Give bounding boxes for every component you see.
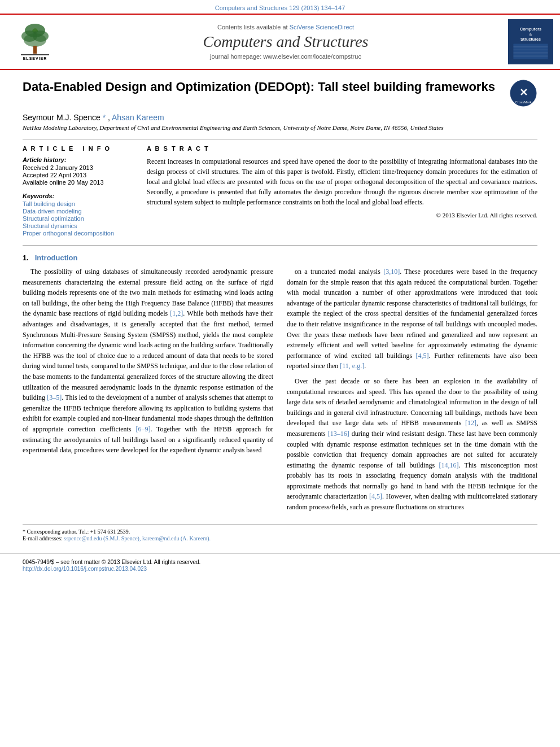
divider-1 (23, 139, 537, 139)
introduction-section: 1. Introduction The possibility of using… (23, 254, 537, 517)
accepted-date: Accepted 22 April 2013 (23, 172, 135, 178)
svg-point-5 (24, 33, 46, 47)
svg-text:Computers: Computers (520, 27, 541, 32)
ref-3-10[interactable]: [3,10] (383, 268, 400, 276)
abstract-label: A B S T R A C T (147, 145, 537, 152)
journal-citation: Computers and Structures 129 (2013) 134–… (215, 5, 345, 11)
sciverse-link[interactable]: SciVerse ScienceDirect (290, 24, 354, 30)
intro-left-col: The possibility of using databases of si… (23, 267, 273, 517)
received-date: Received 2 January 2013 (23, 164, 135, 171)
elsevier-logo-container: 🌳 ELSEVIER (7, 22, 63, 62)
cover-svg: Computers & Structures (509, 21, 553, 62)
ref-13-16[interactable]: [13–16] (328, 430, 349, 438)
copyright-line: © 2013 Elsevier Ltd. All rights reserved… (147, 212, 537, 219)
svg-text:Structures: Structures (520, 37, 541, 42)
article-info-abstract: A R T I C L E I N F O Article history: R… (23, 145, 537, 237)
ref-3-5[interactable]: [3–5] (47, 394, 62, 401)
elsevier-logo: 🌳 ELSEVIER (7, 22, 63, 62)
crossmark-icon: ✕ CrossMark (509, 79, 537, 107)
ref-4-5[interactable]: [4,5] (416, 352, 429, 360)
article-info-col: A R T I C L E I N F O Article history: R… (23, 145, 135, 237)
footnote-section: * Corresponding author. Tel.: +1 574 631… (23, 524, 537, 541)
crossmark-badge[interactable]: ✕ CrossMark (509, 79, 537, 107)
available-date: Available online 20 May 2013 (23, 179, 135, 186)
svg-text:ELSEVIER: ELSEVIER (23, 56, 47, 60)
author-kareem[interactable]: Ahsan Kareem (112, 113, 164, 122)
abstract-col: A B S T R A C T Recent increases in comp… (147, 145, 537, 237)
ref-11[interactable]: [11, e.g.] (340, 362, 364, 370)
ref-12[interactable]: [12] (465, 419, 476, 427)
intro-heading: 1. Introduction (23, 254, 537, 262)
page-footer: 0045-7949/$ – see front matter © 2013 El… (0, 553, 560, 576)
intro-para-right-2: Over the past decade or so there has bee… (287, 376, 537, 513)
journal-title: Computers and Structures (63, 33, 508, 51)
journal-cover-image: Computers & Structures (508, 19, 553, 64)
article-history: Article history: Received 2 January 2013… (23, 156, 135, 186)
footer-issn: 0045-7949/$ – see front matter © 2013 El… (23, 559, 537, 565)
footnote-corresponding: * Corresponding author. Tel.: +1 574 631… (23, 528, 537, 535)
journal-top-bar: Computers and Structures 129 (2013) 134–… (0, 0, 560, 14)
article-history-label: Article history: (23, 156, 135, 163)
svg-text:CrossMark: CrossMark (515, 101, 532, 104)
keyword-3: Structural optimization (23, 215, 135, 222)
footer-doi: http://dx.doi.org/10.1016/j.compstruc.20… (23, 566, 537, 572)
svg-rect-13 (513, 44, 548, 59)
sciverse-line: Contents lists available at SciVerse Sci… (63, 24, 508, 30)
affiliation: NatHaz Modeling Laboratory, Department o… (23, 124, 537, 131)
article-title-section: Data-Enabled Design and Optimization (DE… (23, 79, 537, 107)
ref-4-5b[interactable]: [4,5] (369, 492, 382, 500)
divider-2 (23, 245, 537, 246)
keyword-2: Data-driven modeling (23, 208, 135, 215)
keyword-4: Structural dynamics (23, 222, 135, 229)
keyword-1: Tall building design (23, 200, 135, 207)
author-separator: , (108, 113, 112, 122)
footnote-email-label: E-mail addresses: (23, 535, 63, 541)
intro-right-col: on a truncated modal analysis [3,10]. Th… (287, 267, 537, 517)
intro-para-left: The possibility of using databases of si… (23, 267, 273, 456)
ref-1-2[interactable]: [1,2] (170, 309, 183, 317)
article-title: Data-Enabled Design and Optimization (DE… (23, 79, 504, 95)
author-spence: Seymour M.J. Spence (23, 113, 103, 122)
footer-doi-link[interactable]: http://dx.doi.org/10.1016/j.compstruc.20… (23, 566, 147, 572)
sciverse-text: Contents lists available at (217, 24, 288, 30)
section-number: 1. (23, 254, 29, 262)
keywords-label: Keywords: (23, 193, 135, 199)
section-title: Introduction (35, 254, 78, 262)
authors: Seymour M.J. Spence * , Ahsan Kareem (23, 113, 537, 122)
ref-6-9[interactable]: [6–9] (135, 425, 150, 433)
journal-header: 🌳 ELSEVIER Contents lists available at S… (0, 14, 560, 70)
intro-para-right-1: on a truncated modal analysis [3,10]. Th… (287, 267, 537, 372)
ref-14-16[interactable]: [14,16] (439, 461, 458, 469)
svg-text:&: & (530, 32, 532, 37)
article-info-label: A R T I C L E I N F O (23, 145, 135, 152)
journal-header-center: Contents lists available at SciVerse Sci… (63, 24, 508, 60)
page-wrapper: Computers and Structures 129 (2013) 134–… (0, 0, 560, 576)
abstract-text: Recent increases in computational resour… (147, 156, 537, 207)
footnote-email-addresses[interactable]: sspence@nd.edu (S.M.J. Spence), kareem@n… (64, 535, 211, 541)
svg-rect-6 (33, 46, 37, 54)
elsevier-tree-icon: 🌳 ELSEVIER (15, 22, 55, 62)
journal-homepage: journal homepage: www.elsevier.com/locat… (63, 53, 508, 60)
author-spence-link[interactable]: * (103, 113, 106, 122)
keywords-block: Keywords: Tall building design Data-driv… (23, 193, 135, 237)
main-content: Data-Enabled Design and Optimization (DE… (0, 70, 560, 553)
svg-text:✕: ✕ (519, 87, 528, 98)
footnote-email: E-mail addresses: sspence@nd.edu (S.M.J.… (23, 535, 537, 541)
intro-body: The possibility of using databases of si… (23, 267, 537, 517)
keyword-5: Proper orthogonal decomposition (23, 230, 135, 237)
